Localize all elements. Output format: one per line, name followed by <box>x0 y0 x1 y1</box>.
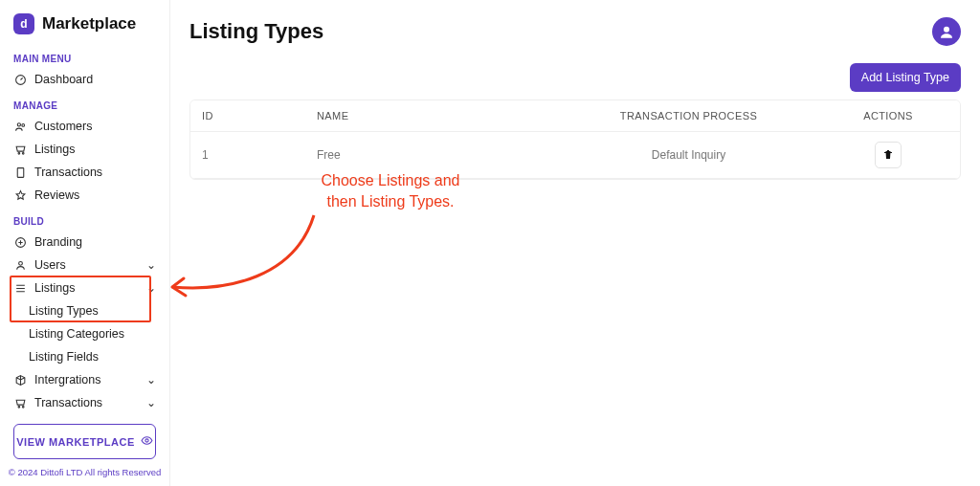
chevron-down-icon: ⌄ <box>146 396 156 409</box>
gauge-icon <box>13 73 27 86</box>
sidebar-item-reviews[interactable]: Reviews <box>0 184 169 207</box>
table-header: ID NAME TRANSACTION PROCESS ACTIONS <box>190 100 960 132</box>
svg-point-7 <box>18 261 22 265</box>
svg-rect-5 <box>17 167 24 177</box>
sidebar-item-label: Transactions <box>34 166 102 179</box>
cart-icon <box>13 143 27 156</box>
add-listing-type-button[interactable]: Add Listing Type <box>850 63 961 92</box>
copyright-text: © 2024 Dittofi LTD All rights Reserved <box>0 467 169 486</box>
svg-point-2 <box>21 123 24 126</box>
table-row: 1 Free Default Inquiry <box>190 132 960 179</box>
page-title: Listing Types <box>189 19 323 44</box>
svg-point-3 <box>18 152 20 154</box>
delete-row-button[interactable] <box>875 142 902 168</box>
chevron-down-icon: ⌄ <box>146 258 156 272</box>
svg-point-1 <box>17 122 20 125</box>
td-name: Free <box>305 139 561 171</box>
section-main-menu: MAIN MENU <box>0 44 169 68</box>
user-icon <box>13 258 27 272</box>
sidebar-item-branding[interactable]: Branding <box>0 231 169 254</box>
eye-icon <box>141 434 153 449</box>
sidebar-item-customers[interactable]: Customers <box>0 115 169 138</box>
td-transaction-process: Default Inquiry <box>561 139 816 171</box>
main-content: Listing Types Add Listing Type ID NAME T… <box>170 0 980 486</box>
sidebar-item-label: Intergrations <box>34 373 100 387</box>
th-transaction-process: TRANSACTION PROCESS <box>561 100 816 131</box>
brand-title: Marketplace <box>42 14 136 33</box>
sidebar-item-label: Transactions <box>34 396 102 409</box>
sidebar-item-listings[interactable]: Listings <box>0 138 169 161</box>
chevron-down-icon: ⌄ <box>146 281 156 295</box>
cart-icon <box>13 396 27 409</box>
view-marketplace-button[interactable]: VIEW MARKETPLACE <box>13 424 156 459</box>
sidebar-item-label: Reviews <box>34 188 79 202</box>
listing-types-table: ID NAME TRANSACTION PROCESS ACTIONS 1 Fr… <box>189 99 961 180</box>
section-manage: MANAGE <box>0 91 169 115</box>
sidebar-subitem-listing-categories[interactable]: Listing Categories <box>0 322 169 345</box>
sidebar-subitem-listing-types[interactable]: Listing Types <box>0 299 169 322</box>
avatar-button[interactable] <box>932 17 961 46</box>
svg-point-9 <box>22 406 24 408</box>
sidebar-item-label: Users <box>34 258 66 272</box>
sidebar-item-label: Listings <box>34 281 75 295</box>
sidebar-item-users[interactable]: Users ⌄ <box>0 254 169 276</box>
th-id: ID <box>190 100 305 131</box>
trash-icon <box>882 149 894 161</box>
list-icon <box>13 281 27 295</box>
users-icon <box>13 120 27 133</box>
brand-logo: d <box>13 13 34 34</box>
person-icon <box>938 23 955 40</box>
section-build: BUILD <box>0 207 169 231</box>
chevron-down-icon: ⌄ <box>146 373 156 387</box>
view-marketplace-label: VIEW MARKETPLACE <box>16 436 135 448</box>
svg-point-10 <box>145 439 148 442</box>
sidebar-item-label: Branding <box>34 235 82 249</box>
plus-circle-icon <box>13 235 27 249</box>
sidebar-subitem-listing-fields[interactable]: Listing Fields <box>0 345 169 368</box>
cube-icon <box>13 373 27 387</box>
sidebar-item-listings-build[interactable]: Listings ⌄ <box>0 276 169 299</box>
sidebar-item-transactions-build[interactable]: Transactions ⌄ <box>0 391 169 414</box>
document-icon <box>13 166 27 179</box>
svg-point-4 <box>22 152 24 154</box>
sidebar-item-label: Dashboard <box>34 73 93 86</box>
sidebar-item-integrations[interactable]: Intergrations ⌄ <box>0 368 169 391</box>
td-id: 1 <box>190 139 305 171</box>
sidebar-item-label: Customers <box>34 120 92 133</box>
svg-point-8 <box>18 406 20 408</box>
brand: d Marketplace <box>0 0 169 44</box>
sidebar-item-transactions[interactable]: Transactions <box>0 161 169 184</box>
svg-point-11 <box>944 27 949 33</box>
star-icon <box>13 188 27 202</box>
annotation-arrow <box>161 206 352 311</box>
th-actions: ACTIONS <box>816 100 960 131</box>
th-name: NAME <box>305 100 561 131</box>
sidebar-item-dashboard[interactable]: Dashboard <box>0 68 169 91</box>
sidebar: d Marketplace MAIN MENU Dashboard MANAGE… <box>0 0 170 486</box>
sidebar-item-label: Listings <box>34 143 75 156</box>
annotation-line2: then Listing Types. <box>295 191 486 212</box>
